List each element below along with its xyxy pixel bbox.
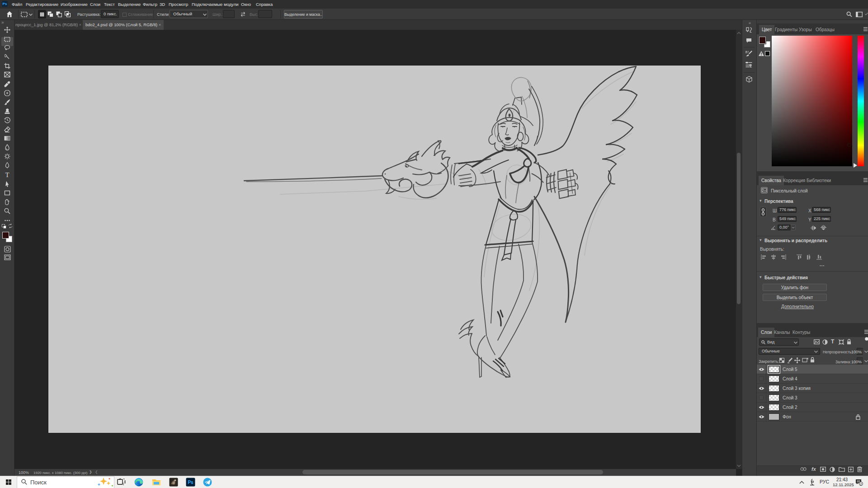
svg-text:T: T: [5, 172, 9, 178]
svg-text:i: i: [123, 482, 124, 486]
svg-text:Ps: Ps: [188, 480, 193, 485]
